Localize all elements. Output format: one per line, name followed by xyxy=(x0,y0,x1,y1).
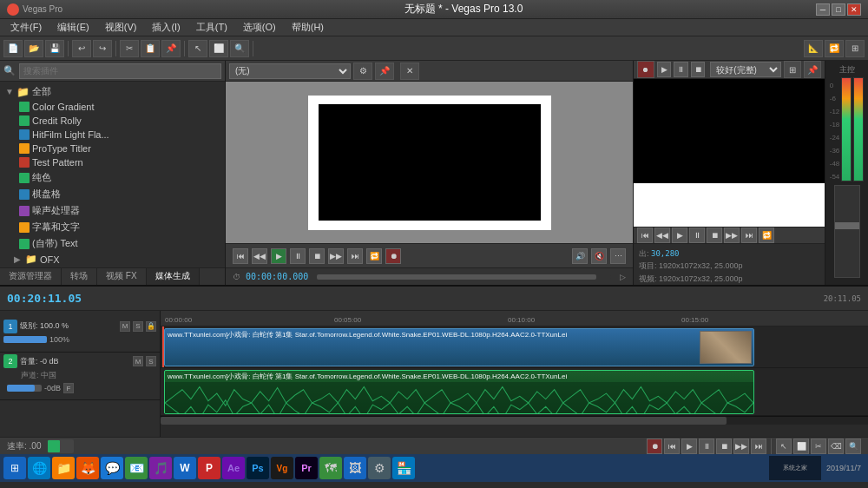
ctrl-pause[interactable]: ⏸ xyxy=(290,248,306,264)
toolbar-snap[interactable]: 📐 xyxy=(804,40,823,57)
tree-root[interactable]: ▼ 📁 全部 xyxy=(2,83,223,100)
taskbar-premiere[interactable]: Pr xyxy=(295,457,318,479)
right-ctrl-play[interactable]: ▶ xyxy=(657,62,671,77)
audio-clip-1[interactable]: www.TTxunlei.com]小戏骨: 白蛇传 第1集 Star.of.To… xyxy=(164,370,754,414)
right-goto-end[interactable]: ⏭ xyxy=(741,228,757,243)
transport-next[interactable]: ▶▶ xyxy=(733,439,749,454)
toolbar-copy[interactable]: 📋 xyxy=(141,40,160,57)
tab-resource-manager[interactable]: 资源管理器 xyxy=(0,268,62,285)
ctrl-next-frame[interactable]: ▶▶ xyxy=(328,248,344,264)
toolbar-undo[interactable]: ↩ xyxy=(72,40,91,57)
ctrl-goto-end[interactable]: ⏭ xyxy=(347,248,363,264)
track-2-solo[interactable]: S xyxy=(146,356,156,366)
taskbar-mail[interactable]: 📧 xyxy=(125,457,148,479)
toolbar-save[interactable]: 💾 xyxy=(45,40,64,57)
transport-goto-end[interactable]: ⏭ xyxy=(751,439,766,454)
toolbar-new[interactable]: 📄 xyxy=(3,40,23,57)
search-input[interactable] xyxy=(19,63,221,79)
transport-goto-start[interactable]: ⏮ xyxy=(664,439,680,454)
right-prev-frame[interactable]: ◀◀ xyxy=(654,228,670,243)
transport-play[interactable]: ▶ xyxy=(681,439,697,454)
close-button[interactable]: ✕ xyxy=(847,3,861,16)
tree-item-10[interactable]: ▶ 📁 OFX xyxy=(2,252,223,267)
timeline-scrollbar[interactable] xyxy=(161,416,868,425)
ctrl-record[interactable]: ⏺ xyxy=(385,248,401,264)
timeline-scrubber[interactable] xyxy=(317,274,611,280)
right-next-frame[interactable]: ▶▶ xyxy=(724,228,740,243)
transport-stop[interactable]: ⏹ xyxy=(716,439,732,454)
track-2-mute[interactable]: M xyxy=(133,356,143,366)
right-preview-rec[interactable]: ⏺ xyxy=(637,61,654,78)
preview-settings-btn[interactable]: ⚙ xyxy=(353,63,372,80)
tree-item-0[interactable]: Color Gradient xyxy=(2,100,223,114)
taskbar-start[interactable]: ⊞ xyxy=(3,457,26,479)
taskbar-vegas[interactable]: Vg xyxy=(271,457,293,479)
menu-insert[interactable]: 插入(I) xyxy=(145,19,187,36)
tab-video-fx[interactable]: 视频 FX xyxy=(97,268,147,285)
right-goto-start[interactable]: ⏮ xyxy=(637,228,653,243)
taskbar-folder[interactable]: 📁 xyxy=(52,457,75,479)
right-ctrl-stop[interactable]: ⏹ xyxy=(691,62,705,77)
transport-rec[interactable]: ⏺ xyxy=(647,439,662,454)
ctrl-prev-frame[interactable]: ◀◀ xyxy=(252,248,267,264)
tab-transitions[interactable]: 转场 xyxy=(62,268,97,285)
toolbar-cut[interactable]: ✂ xyxy=(120,40,139,57)
taskbar-ps[interactable]: Ps xyxy=(247,457,269,479)
track-1-solo[interactable]: S xyxy=(133,321,143,332)
tree-item-4[interactable]: Test Pattern xyxy=(2,155,223,169)
menu-edit[interactable]: 编辑(E) xyxy=(50,19,96,36)
tree-item-7[interactable]: 噪声处理器 xyxy=(2,202,223,219)
right-settings-btn[interactable]: ⊞ xyxy=(784,61,801,78)
taskbar-settings[interactable]: ⚙ xyxy=(368,457,391,479)
tree-item-3[interactable]: ProType Titler xyxy=(2,142,223,155)
taskbar-store[interactable]: 🏪 xyxy=(392,457,415,479)
preview-close-btn[interactable]: ✕ xyxy=(400,63,419,80)
transport-erase[interactable]: ⌫ xyxy=(828,439,844,454)
toolbar-redo[interactable]: ↪ xyxy=(93,40,112,57)
right-stop[interactable]: ⏹ xyxy=(707,228,722,243)
right-play[interactable]: ▶ xyxy=(672,228,687,243)
right-loop[interactable]: 🔁 xyxy=(759,228,774,243)
taskbar-firefox[interactable]: 🦊 xyxy=(76,457,99,479)
tree-item-5[interactable]: 纯色 xyxy=(2,169,223,186)
tree-item-9[interactable]: (自带) Text xyxy=(2,235,223,252)
taskbar-maps[interactable]: 🗺 xyxy=(319,457,342,479)
taskbar-photos[interactable]: 🖼 xyxy=(344,457,366,479)
menu-options[interactable]: 选项(O) xyxy=(236,19,283,36)
ctrl-loop[interactable]: 🔁 xyxy=(366,248,382,264)
track-2-volume[interactable] xyxy=(7,385,42,392)
right-ctrl-pause[interactable]: ⏸ xyxy=(674,62,687,77)
mixer-fader-handle[interactable] xyxy=(835,222,859,229)
tree-item-6[interactable]: 棋盘格 xyxy=(2,186,223,202)
taskbar-ae[interactable]: Ae xyxy=(222,457,245,479)
maximize-button[interactable]: □ xyxy=(832,3,845,16)
toolbar-zoom[interactable]: 🔍 xyxy=(230,40,249,57)
rate-slider[interactable] xyxy=(48,439,74,453)
menu-file[interactable]: 文件(F) xyxy=(3,19,49,36)
taskbar-music[interactable]: 🎵 xyxy=(149,457,172,479)
tree-item-2[interactable]: HitFilm Light Fla... xyxy=(2,128,223,142)
transport-select[interactable]: ⬜ xyxy=(793,439,809,454)
ctrl-stop[interactable]: ⏹ xyxy=(309,248,325,264)
mixer-fader[interactable] xyxy=(834,185,860,278)
track-1-volume[interactable] xyxy=(3,336,47,343)
taskbar-browser[interactable]: 🌐 xyxy=(28,457,50,479)
scrollbar-thumb[interactable] xyxy=(161,417,727,425)
menu-view[interactable]: 视图(V) xyxy=(98,19,144,36)
preview-source-select[interactable]: (无) xyxy=(229,63,351,79)
ctrl-play[interactable]: ▶ xyxy=(271,248,286,264)
toolbar-open[interactable]: 📂 xyxy=(24,40,43,57)
taskbar-ppt[interactable]: P xyxy=(198,457,220,479)
right-quality-select[interactable]: 较好(完整) xyxy=(710,62,781,77)
tree-item-8[interactable]: 字幕和文字 xyxy=(2,219,223,235)
ctrl-goto-start[interactable]: ⏮ xyxy=(233,248,248,264)
transport-split[interactable]: ✂ xyxy=(811,439,826,454)
tree-item-1[interactable]: Credit Rolly xyxy=(2,114,223,128)
toolbar-grid[interactable]: ⊞ xyxy=(845,40,865,57)
right-snap-btn[interactable]: 📌 xyxy=(804,61,821,78)
tab-media-gen[interactable]: 媒体生成 xyxy=(147,268,200,285)
toolbar-loop[interactable]: 🔁 xyxy=(825,40,844,57)
track-1-lock[interactable]: 🔒 xyxy=(146,321,156,332)
ctrl-volume[interactable]: 🔊 xyxy=(572,248,588,264)
taskbar-chat[interactable]: 💬 xyxy=(101,457,123,479)
